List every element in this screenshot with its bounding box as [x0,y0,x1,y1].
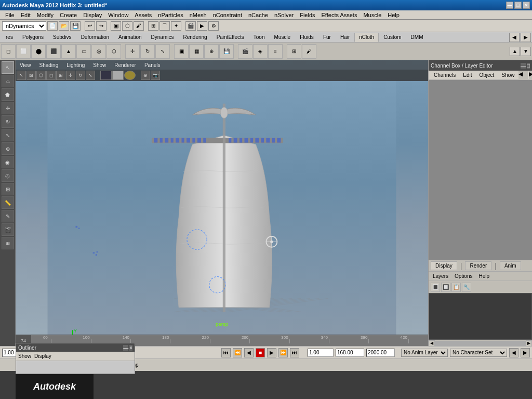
new-scene-btn[interactable]: 📄 [47,21,58,31]
menu-edit[interactable]: Edit [18,11,34,19]
vp-btn-7[interactable]: ↻ [76,71,85,80]
cube-tool[interactable]: ⬜ [16,44,31,59]
menu-file[interactable]: File [2,11,18,19]
layer-tab-anim[interactable]: Anim [500,261,521,270]
tab-toon[interactable]: Toon [249,33,270,42]
vp-camera-btn[interactable]: 📷 [151,71,160,80]
cb-expand[interactable]: □ [527,63,530,69]
ncloth-create[interactable]: ▣ [174,44,189,59]
cb-show[interactable]: Show [498,72,517,78]
universal-tool-left[interactable]: ⊕ [2,142,14,155]
vp-show-menu[interactable]: Show [91,62,108,68]
layer-option-btn[interactable]: 📋 [451,283,461,292]
select-tool-left[interactable]: ↖ [2,61,14,74]
3d-viewport[interactable]: View Shading Lighting Show Renderer Pane… [16,60,428,335]
plane-tool[interactable]: ▭ [76,44,91,59]
toolbar-scroll-down[interactable]: ▼ [521,47,531,56]
vp-gray-btn[interactable] [112,71,124,80]
vp-btn-3[interactable]: ⬡ [36,71,46,80]
tab-fluids[interactable]: Fluids [295,33,318,42]
tab-rendering[interactable]: Rendering [178,33,211,42]
paint-weights[interactable]: 🖌 [302,44,316,59]
char-set-btn1[interactable]: ◀ [509,348,518,357]
pb-go-start[interactable]: ⏮ [221,348,231,357]
outliner-btn[interactable]: ≡ [268,44,283,59]
ipr-btn[interactable]: ▶ [197,21,207,31]
rotate-tool-left[interactable]: ↻ [2,115,14,128]
time-value-input[interactable] [308,349,334,357]
layer-create-btn[interactable]: 🔳 [431,283,440,292]
paint-btn[interactable]: 🖌 [134,21,144,31]
select-btn[interactable]: ▣ [111,21,121,31]
menu-display[interactable]: Display [80,11,105,19]
vp-sphere-btn[interactable] [124,71,136,80]
mode-selector[interactable]: nDynamics Animation Polygons Rendering [2,21,46,31]
soft-mod-left[interactable]: ◉ [2,156,14,168]
layer-scroll-right[interactable]: ▶ [526,340,532,347]
tab-fur[interactable]: Fur [318,33,336,42]
render-settings-btn[interactable]: ⚙ [208,21,219,31]
layer-scroll-left[interactable]: ◀ [429,340,435,347]
menu-modify[interactable]: Modify [34,11,57,19]
toolbar-scroll-up[interactable]: ▲ [510,47,520,56]
menu-nmesh[interactable]: nMesh [187,11,210,19]
pb-stop[interactable]: ■ [256,348,265,357]
save-scene-btn[interactable]: 💾 [70,21,81,31]
anim-layer-select[interactable]: No Anim Layer [401,349,448,357]
snap-curve-btn[interactable]: ⌒ [159,21,170,31]
vp-lighting-menu[interactable]: Lighting [64,62,87,68]
annotation-left[interactable]: ✎ [2,210,14,222]
ncache-tool[interactable]: 💾 [219,44,234,59]
snap-grid-btn[interactable]: ⊞ [148,21,158,31]
menu-window[interactable]: Window [105,11,131,19]
paint-tool-left[interactable]: ⬟ [2,88,14,101]
tab-subdivs[interactable]: Subdivs [48,33,76,42]
char-set-select[interactable]: No Character Set [450,349,507,357]
pb-play[interactable]: ▶ [267,348,276,357]
vp-view-menu[interactable]: View [18,62,33,68]
open-scene-btn[interactable]: 📂 [59,21,69,31]
render-btn[interactable]: 🎬 [185,21,196,31]
move-tool[interactable]: ✛ [125,44,140,59]
layer-tab-display[interactable]: Display [431,261,457,270]
vp-btn-6[interactable]: ✛ [66,71,75,80]
lasso-tool-left[interactable]: ⌓ [2,75,14,87]
nconstraint-tool[interactable]: ⊕ [204,44,219,59]
cb-icon-2[interactable]: ▶ [529,71,532,80]
scale-tool[interactable]: ⤡ [155,44,170,59]
outliner-minimize[interactable]: — [123,345,128,351]
tab-custom[interactable]: Custom [379,33,406,42]
vp-snap-btn[interactable]: ⊕ [141,71,150,80]
vp-color-btn[interactable] [100,71,112,80]
menu-help[interactable]: Help [384,11,403,19]
measure-tools-left[interactable]: 📏 [2,196,14,209]
tab-deformation[interactable]: Deformation [76,33,114,42]
end-time-input[interactable] [336,349,364,357]
cone-tool[interactable]: ▲ [61,44,76,59]
hypershade[interactable]: ◈ [253,44,268,59]
nrigid-create[interactable]: ▦ [189,44,204,59]
tab-dynamics[interactable]: Dynamics [147,33,179,42]
tab-polygons[interactable]: Polygons [18,33,48,42]
menu-nparticles[interactable]: nParticles [155,11,186,19]
snap-point-btn[interactable]: ✦ [171,21,181,31]
scale-tool-left[interactable]: ⤡ [2,129,14,141]
dynamics-left[interactable]: ≋ [2,237,14,249]
select-tool[interactable]: ◻ [1,44,16,59]
undo-btn[interactable]: ↩ [85,21,95,31]
vp-btn-8[interactable]: ⤡ [86,71,95,80]
uv-editor[interactable]: ⊞ [287,44,301,59]
shelf-scroll-right[interactable]: ▶ [521,33,531,42]
tab-res[interactable]: res [1,33,18,42]
cb-edit[interactable]: Edit [460,72,475,78]
torus-tool[interactable]: ◎ [91,44,106,59]
cb-channels[interactable]: Channels [431,72,459,78]
polygon-tool[interactable]: ⬡ [107,44,121,59]
minimize-button[interactable]: — [506,2,513,9]
viewport-wrapper[interactable]: View Shading Lighting Show Renderer Pane… [16,60,428,335]
vp-btn-4[interactable]: ◻ [46,71,56,80]
vp-btn-2[interactable]: ⊠ [26,71,36,80]
menu-effects-assets[interactable]: Effects Assets [318,11,361,19]
shelf-scroll-left[interactable]: ◀ [509,33,520,42]
move-tool-left[interactable]: ✛ [2,102,14,114]
